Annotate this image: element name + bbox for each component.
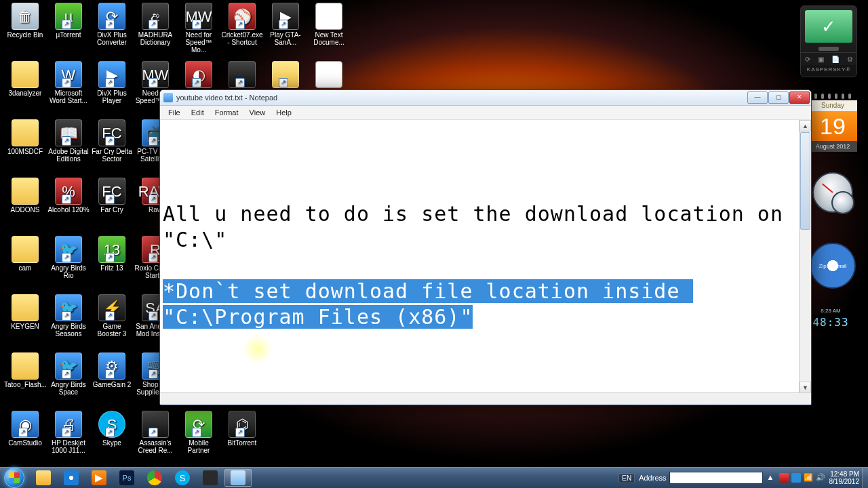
app-icon: ▶↗ [272,3,299,30]
minimize-button[interactable]: — [747,92,768,104]
desktop-icon-label: 3danalyzer [4,89,46,97]
show-desktop-button[interactable] [862,468,868,488]
shortcut-arrow-icon: ↗ [235,78,245,87]
desktop-icon[interactable]: ⟳↗Mobile Partner [178,411,220,454]
cpu-meter-gadget[interactable] [808,172,857,221]
desktop-icon[interactable]: ⌬↗BitTorrent [221,411,263,447]
desktop-icon[interactable]: ◉↗CamStudio [4,411,46,447]
desktop-icon[interactable]: FC↗Far Cry Delta Sector [91,119,133,163]
desktop-icon[interactable]: New Text Docume... [308,3,350,46]
desktop-icon[interactable] [308,61,350,89]
desktop-icon[interactable]: W↗Microsoft Word Start... [47,61,90,104]
scroll-up-button[interactable]: ▲ [800,120,811,131]
taskbar-notepad[interactable] [224,469,252,487]
taskbar-ie[interactable] [58,469,85,487]
app-icon [12,236,39,263]
shortcut-arrow-icon: ↗ [62,136,71,146]
address-input[interactable] [669,472,763,484]
titlebar[interactable]: youtube video txt.txt - Notepad — ▢ ✕ [160,90,811,106]
tray-icon[interactable] [779,473,789,483]
desktop-icon[interactable]: ⟳↗DivX Plus Converter [91,3,133,46]
desktop-icon-label: Fritz 13 [91,264,133,272]
desktop-icon[interactable]: ⚙↗GameGain 2 [91,352,133,388]
desktop-icon[interactable]: ↗Assassin's Creed Re... [134,411,176,454]
digital-clock-gadget[interactable]: 8:28 AM 48:33 [804,308,857,331]
notepad-window: youtube video txt.txt - Notepad — ▢ ✕ Fi… [159,89,812,405]
desktop-icon-label: Assassin's Creed Re... [134,439,176,454]
shortcut-arrow-icon: ↗ [62,253,71,262]
network-icon[interactable]: 📶 [804,473,813,483]
desktop-icon[interactable]: ⚾↗Cricket07.exe - Shortcut [221,3,263,46]
desktop-icon[interactable]: අ↗MADHURA Dictionary [134,3,176,46]
desktop-icon-label: Need for Speed™ Mo... [178,31,220,54]
taskbar-wmp[interactable]: ▶ [85,469,113,487]
taskbar-chrome[interactable] [141,469,168,487]
desktop-icon[interactable]: MW↗Need for Speed™ Mo... [178,3,220,54]
desktop-icon[interactable]: 🐦↗Angry Birds Seasons [47,294,90,338]
tray-icons[interactable]: ▲ 📶 🔊 [767,473,825,483]
taskbar-skype[interactable]: S [169,469,196,487]
scroll-thumb[interactable] [800,132,810,230]
desktop-icon[interactable]: Tatoo_Flash... [4,352,46,388]
calendar-day: Sunday [808,100,857,111]
maximize-button[interactable]: ▢ [768,92,789,104]
scroll-down-button[interactable]: ▼ [800,382,811,393]
shortcut-arrow-icon: ↗ [149,195,158,204]
language-indicator[interactable]: EN [618,473,635,483]
desktop-icon-label: KEYGEN [4,323,46,330]
app-icon: 🐦↗ [55,236,82,263]
horizontal-scrollbar[interactable] [160,392,811,405]
desktop-icon[interactable]: 13↗Fritz 13 [91,236,133,272]
vertical-scrollbar[interactable]: ▲ ▼ [799,120,811,405]
desktop-icon[interactable]: 🐦↗Angry Birds Rio [47,236,90,279]
taskbar-clock[interactable]: 12:48 PM 8/19/2012 [829,470,860,485]
menu-help[interactable]: Help [271,107,297,118]
desktop-icon[interactable]: %↗Alcohol 120% [47,178,90,214]
app-icon: ◉↗ [12,411,39,438]
desktop-icon[interactable]: 3danalyzer [4,61,46,97]
menu-file[interactable]: File [163,107,186,118]
menu-view[interactable]: View [244,107,271,118]
desktop-icon[interactable]: ▶↗Play GTA-SanA... [264,3,307,46]
desktop-icon[interactable]: 🗑Recycle Bin [4,3,46,39]
shortcut-arrow-icon: ↗ [149,136,158,146]
desktop-icon-label: DivX Plus Converter [91,31,133,46]
menu-edit[interactable]: Edit [186,107,210,118]
shortcut-arrow-icon: ↗ [149,20,158,29]
volume-icon[interactable]: 🔊 [816,473,825,483]
desktop-icon[interactable]: 🖨↗HP Deskjet 1000 J11... [47,411,90,454]
folder-icon [36,470,51,485]
desktop-icon[interactable]: µ↗µTorrent [47,3,90,39]
menu-format[interactable]: Format [210,107,244,118]
desktop-icon-label: New Text Docume... [308,31,350,46]
desktop-icon[interactable]: FC↗Far Cry [91,178,133,214]
taskbar-explorer[interactable] [30,469,57,487]
app-icon: ↗ [142,411,169,438]
shortcut-arrow-icon: ↗ [192,428,201,437]
start-button[interactable] [0,468,28,488]
desktop-icon[interactable]: cam [4,236,46,272]
desktop-icon[interactable]: ↗ [264,61,307,89]
taskbar-assassins-creed[interactable] [197,469,224,487]
desktop-icon[interactable]: ↗ [221,61,263,89]
desktop-icon[interactable]: 📖↗Adobe Digital Editions [47,119,90,163]
taskbar-photoshop[interactable]: Ps [113,469,140,487]
desktop-icon[interactable]: ADDONS [4,178,46,214]
kaspersky-gadget[interactable]: ✓ ⟳▣📄⚙ KASPERSKY® [800,5,857,77]
desktop-icon[interactable]: 100MSDCF [4,119,46,155]
desktop-icon[interactable]: ▶↗DivX Plus Player [91,61,133,104]
app-icon: ⟳↗ [98,3,125,30]
calendar-gadget[interactable]: Sunday 19 August 2012 [808,94,857,155]
desktop-icon[interactable]: KEYGEN [4,294,46,330]
desktop-icon[interactable]: ◐↗ [178,61,220,89]
app-icon: 🐦↗ [55,352,82,380]
notepad-icon [163,93,173,102]
desktop-icon[interactable]: ⚡↗Game Booster 3 [91,294,133,338]
tray-icon[interactable] [791,473,801,483]
winzip-gadget[interactable]: Zip & Email [808,243,857,291]
close-button[interactable]: ✕ [789,92,810,104]
desktop-icon[interactable]: S↗Skype [91,411,133,447]
shortcut-arrow-icon: ↗ [62,428,71,437]
editor-area[interactable]: All u need to do is set the download loc… [160,120,811,405]
desktop-icon[interactable]: 🐦↗Angry Birds Space [47,352,90,396]
